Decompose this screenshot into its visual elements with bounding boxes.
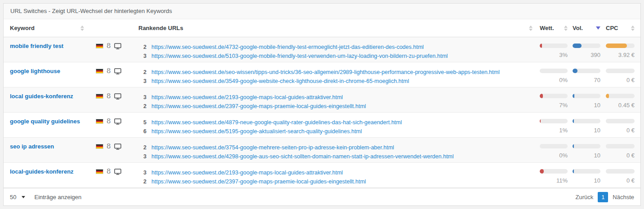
sort-icon-keyword[interactable] — [80, 26, 84, 31]
ranking-url-link[interactable]: https://www.seo-suedwest.de/4879-neue-go… — [151, 118, 402, 127]
google-icon: 8 — [107, 144, 111, 149]
keyword-cell: local guides-konferenz 8 — [10, 93, 132, 100]
keyword-cell: mobile friendly test 8 — [10, 43, 132, 49]
cpc-metric: 0 € — [606, 168, 635, 184]
wett-value: 0% — [540, 77, 568, 83]
ranking-url-link[interactable]: https://www.seo-suedwest.de/2193-google-… — [151, 168, 343, 177]
cpc-metric: 3.92 € — [606, 43, 635, 58]
wett-metric: 1% — [540, 118, 568, 134]
page-size-select[interactable]: 50 — [10, 194, 25, 200]
keyword-icons: 8 — [96, 93, 121, 100]
ranking-position: 6 — [138, 127, 147, 136]
wett-bar — [540, 144, 568, 148]
keyword-link[interactable]: google quality guidelines — [10, 118, 96, 125]
keyword-link[interactable]: seo ip adressen — [10, 143, 96, 150]
pagination-next-button[interactable]: Nächste — [613, 194, 634, 200]
vol-metric: 10 — [573, 168, 600, 184]
vol-bar — [573, 94, 600, 98]
keyword-link[interactable]: local guides-konferenz — [10, 93, 96, 100]
ranking-url-line: 2https://www.seo-suedwest.de/seo-wissen/… — [138, 68, 534, 77]
cpc-value: 0 € — [606, 127, 635, 134]
germany-flag-icon — [96, 169, 103, 174]
ranking-url-link[interactable]: https://www.seo-suedwest.de/2193-google-… — [151, 93, 343, 102]
ranking-position: 3 — [138, 93, 147, 102]
vol-value: 70 — [573, 77, 600, 83]
urls-cell: 2https://www.seo-suedwest.de/seo-wissen/… — [132, 68, 534, 86]
cpc-metric: 0.45 € — [606, 93, 635, 109]
desktop-icon — [114, 118, 121, 125]
keyword-icons: 8 — [96, 144, 121, 150]
column-header-wett[interactable]: Wett. — [540, 25, 568, 31]
cpc-metric: 0 € — [606, 118, 635, 134]
ranking-url-link[interactable]: https://www.seo-suedwest.de/2397-google-… — [151, 177, 366, 186]
vol-metric: 70 — [573, 68, 600, 83]
cpc-value: 0 € — [606, 152, 635, 159]
column-header-urls-label: Rankende URLs — [138, 25, 183, 31]
wett-bar — [540, 44, 568, 48]
ranking-url-link[interactable]: https://www.seo-suedwest.de/3549-google-… — [151, 77, 409, 86]
ranking-position: 2 — [138, 143, 147, 152]
pagination: Zurück 1 Nächste — [576, 192, 634, 202]
pagination-page-1-button[interactable]: 1 — [598, 192, 608, 202]
cpc-value: 0 € — [606, 177, 635, 184]
vol-bar — [573, 69, 600, 73]
germany-flag-icon — [96, 44, 103, 48]
ranking-url-link[interactable]: https://www.seo-suedwest.de/5103-google-… — [151, 52, 448, 61]
keyword-link[interactable]: mobile friendly test — [10, 43, 96, 49]
table-row: seo ip adressen 8 2https://www.seo-suedw… — [4, 138, 640, 163]
ranking-url-line: 3https://www.seo-suedwest.de/4298-google… — [138, 152, 534, 161]
ranking-url-line: 5https://www.seo-suedwest.de/4879-neue-g… — [138, 118, 534, 127]
germany-flag-icon — [96, 144, 103, 149]
sort-icon-urls[interactable] — [529, 26, 533, 31]
ranking-url-link[interactable]: https://www.seo-suedwest.de/seo-wissen/t… — [151, 68, 500, 77]
vol-value: 10 — [573, 102, 600, 109]
entries-label: Einträge anzeigen — [34, 194, 81, 200]
wett-value: 7% — [540, 102, 568, 109]
keyword-link[interactable]: local-guides-konferenz — [10, 168, 96, 175]
wett-metric: 0% — [540, 143, 568, 159]
cpc-bar — [606, 119, 635, 123]
column-header-urls[interactable]: Rankende URLs — [132, 25, 534, 31]
ranking-url-link[interactable]: https://www.seo-suedwest.de/4298-google-… — [151, 152, 454, 161]
cpc-bar — [606, 94, 635, 98]
cpc-bar — [606, 69, 635, 73]
column-header-vol[interactable]: Vol. — [573, 25, 600, 31]
vol-bar — [573, 44, 600, 48]
ranking-position: 3 — [138, 77, 147, 86]
sort-icon-vol[interactable] — [596, 26, 600, 30]
ranking-url-line: 3https://www.seo-suedwest.de/3549-google… — [138, 77, 534, 86]
ranking-position: 2 — [138, 43, 147, 52]
google-icon: 8 — [107, 68, 111, 74]
column-header-keyword[interactable]: Keyword — [10, 25, 132, 31]
vol-bar — [573, 119, 600, 123]
keyword-icons: 8 — [96, 43, 121, 49]
keyword-cell: google lighthouse 8 — [10, 68, 132, 74]
wett-value: 3% — [540, 52, 568, 58]
ranking-url-link[interactable]: https://www.seo-suedwest.de/5195-google-… — [151, 127, 362, 136]
ranking-url-link[interactable]: https://www.seo-suedwest.de/3754-google-… — [151, 143, 394, 152]
keyword-cell: google quality guidelines 8 — [10, 118, 132, 125]
germany-flag-icon — [96, 94, 103, 99]
keyword-icons: 8 — [96, 118, 121, 125]
column-header-cpc[interactable]: CPC — [606, 25, 635, 31]
column-header-vol-label: Vol. — [573, 25, 583, 31]
desktop-icon — [114, 68, 121, 74]
google-icon: 8 — [107, 169, 111, 174]
ranking-url-link[interactable]: https://www.seo-suedwest.de/4732-google-… — [151, 43, 424, 52]
sort-icon-wett[interactable] — [564, 26, 568, 31]
germany-flag-icon — [96, 119, 103, 124]
pagination-prev-button[interactable]: Zurück — [576, 194, 594, 200]
ranking-url-line: 2https://www.seo-suedwest.de/4732-google… — [138, 43, 534, 52]
table-row: google lighthouse 8 2https://www.seo-sue… — [4, 62, 640, 87]
ranking-url-line: 3https://www.seo-suedwest.de/2193-google… — [138, 168, 534, 177]
vol-value: 10 — [573, 177, 600, 184]
desktop-icon — [114, 43, 121, 49]
ranking-url-link[interactable]: https://www.seo-suedwest.de/2397-google-… — [151, 102, 366, 111]
keyword-link[interactable]: google lighthouse — [10, 68, 96, 74]
ranking-position: 2 — [138, 102, 147, 111]
table-row: google quality guidelines 8 5https://www… — [4, 113, 640, 138]
table-row: local guides-konferenz 8 3https://www.se… — [4, 87, 640, 113]
sort-icon-cpc[interactable] — [631, 26, 635, 31]
table-row: mobile friendly test 8 2https://www.seo-… — [4, 37, 640, 62]
vol-bar — [573, 169, 600, 174]
